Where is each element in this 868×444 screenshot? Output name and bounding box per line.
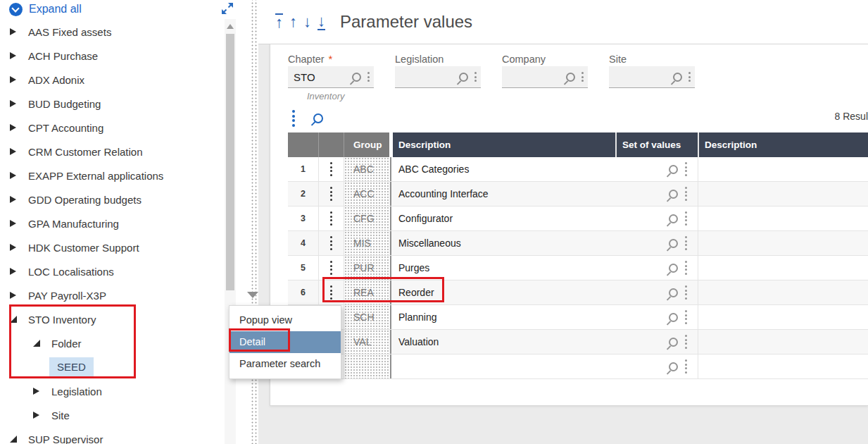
tree-item[interactable]: GPA Manufacturing — [0, 211, 225, 235]
description2-cell[interactable] — [698, 305, 868, 329]
description-cell[interactable]: Accounting Interface — [393, 182, 615, 206]
cell-options-icon[interactable] — [685, 211, 687, 226]
expand-all-button[interactable]: Expand all — [0, 0, 225, 17]
tree-item[interactable]: Folder — [0, 331, 225, 355]
sidebar-scrollbar[interactable] — [225, 19, 236, 444]
tree-toggle-icon[interactable] — [10, 148, 27, 155]
tree-item[interactable]: CPT Accounting — [0, 116, 225, 140]
row-actions-icon[interactable] — [330, 162, 332, 176]
next-record-icon[interactable]: ↓ — [303, 14, 311, 30]
group-cell[interactable]: ABC — [344, 157, 389, 181]
cell-options-icon[interactable] — [685, 335, 687, 349]
group-cell[interactable]: CFG — [344, 206, 389, 230]
table-row[interactable]: 2 ACC Accounting Interface — [288, 182, 868, 206]
scrollbar-thumb[interactable] — [226, 34, 234, 290]
tree-toggle-icon[interactable] — [10, 28, 27, 35]
cell-options-icon[interactable] — [685, 187, 687, 201]
lookup-icon[interactable] — [669, 239, 678, 248]
field-input[interactable]: STO — [288, 66, 374, 88]
tree-item[interactable]: EXAPP External applications — [0, 164, 225, 187]
table-row[interactable]: 1 ABC ABC Categories — [288, 157, 868, 182]
first-record-icon[interactable]: ↑ — [275, 13, 283, 30]
col-header-set-of-values[interactable]: Set of values — [615, 132, 698, 157]
description-cell[interactable] — [393, 354, 615, 378]
context-menu-item[interactable]: Popup view — [229, 309, 341, 331]
set-of-values-cell[interactable] — [615, 354, 698, 378]
field-input[interactable] — [502, 66, 588, 88]
tree-toggle-icon[interactable] — [10, 220, 27, 227]
field-options-icon[interactable] — [688, 72, 691, 82]
tree-item[interactable]: AAS Fixed assets — [0, 20, 225, 44]
field-options-icon[interactable] — [367, 72, 370, 82]
table-row[interactable]: 8 VAL Valuation — [288, 330, 868, 354]
field-options-icon[interactable] — [581, 72, 584, 82]
field-input[interactable] — [395, 66, 481, 88]
group-cell[interactable]: REA — [344, 280, 389, 304]
tree-item[interactable]: STO Inventory — [0, 307, 225, 331]
description-cell[interactable]: Reorder — [393, 280, 615, 304]
lookup-icon[interactable] — [669, 313, 678, 322]
field-input[interactable] — [609, 66, 695, 88]
col-header-rownum[interactable] — [288, 132, 319, 157]
cell-options-icon[interactable] — [685, 162, 687, 176]
tree-toggle-icon[interactable] — [10, 76, 27, 83]
tree-toggle-icon[interactable] — [33, 388, 50, 395]
splitter-collapse-icon[interactable] — [247, 292, 258, 298]
tree-item[interactable]: ADX Adonix — [0, 68, 225, 92]
row-actions-icon[interactable] — [330, 211, 332, 226]
description2-cell[interactable] — [698, 354, 868, 378]
col-header-group[interactable]: Group — [344, 132, 389, 157]
lookup-icon[interactable] — [669, 264, 678, 273]
set-of-values-cell[interactable] — [615, 182, 698, 206]
description-cell[interactable]: Miscellaneous — [393, 231, 615, 255]
tree-toggle-icon[interactable] — [10, 52, 27, 59]
group-cell[interactable]: VAL — [344, 330, 389, 354]
context-menu-item[interactable]: Detail — [229, 331, 341, 353]
description2-cell[interactable] — [698, 182, 868, 206]
row-actions-icon[interactable] — [330, 261, 332, 275]
tree-toggle-icon[interactable] — [10, 124, 27, 131]
row-actions-icon[interactable] — [330, 187, 332, 201]
table-row[interactable]: 5 PUR Purges — [288, 256, 868, 280]
tree-item[interactable]: PAY Payroll-X3P — [0, 283, 225, 307]
table-row[interactable] — [288, 354, 868, 379]
table-row[interactable]: 7 SCH Planning — [288, 305, 868, 330]
row-actions-cell[interactable] — [319, 231, 344, 255]
cell-options-icon[interactable] — [685, 236, 687, 250]
set-of-values-cell[interactable] — [615, 280, 698, 304]
col-header-description2[interactable]: Description — [698, 132, 868, 157]
grid-menu-icon[interactable] — [292, 110, 295, 127]
maximize-panel-icon[interactable] — [220, 1, 234, 16]
description-cell[interactable]: Valuation — [393, 330, 615, 354]
tree-item[interactable]: HDK Customer Support — [0, 235, 225, 259]
cell-options-icon[interactable] — [685, 261, 687, 275]
set-of-values-cell[interactable] — [615, 231, 698, 255]
tree-item[interactable]: GDD Operating budgets — [0, 187, 225, 211]
previous-record-icon[interactable]: ↑ — [289, 14, 297, 30]
group-cell[interactable]: PUR — [344, 256, 389, 280]
description2-cell[interactable] — [698, 256, 868, 280]
scrollbar-up-icon[interactable] — [227, 24, 234, 29]
set-of-values-cell[interactable] — [615, 305, 698, 329]
table-row[interactable]: 3 CFG Configurator — [288, 206, 868, 231]
tree-toggle-icon[interactable] — [10, 196, 27, 203]
tree-item[interactable]: SUP Supervisor — [0, 427, 225, 444]
tree-toggle-icon[interactable] — [10, 172, 27, 179]
description2-cell[interactable] — [698, 157, 868, 181]
row-actions-cell[interactable] — [319, 157, 344, 181]
tree-toggle-icon[interactable] — [10, 100, 27, 107]
tree-toggle-icon[interactable] — [10, 316, 27, 323]
lookup-icon[interactable] — [673, 73, 682, 82]
description2-cell[interactable] — [698, 330, 868, 354]
description-cell[interactable]: Purges — [393, 256, 615, 280]
row-actions-cell[interactable] — [319, 256, 344, 280]
tree-toggle-icon[interactable] — [33, 412, 50, 419]
cell-options-icon[interactable] — [685, 310, 687, 324]
group-cell[interactable]: MIS — [344, 231, 389, 255]
table-row[interactable]: 6 REA Reorder — [288, 280, 868, 305]
tree-toggle-icon[interactable] — [10, 244, 27, 251]
row-actions-cell[interactable] — [319, 280, 344, 304]
description2-cell[interactable] — [698, 280, 868, 304]
group-cell[interactable] — [344, 354, 389, 378]
set-of-values-cell[interactable] — [615, 330, 698, 354]
